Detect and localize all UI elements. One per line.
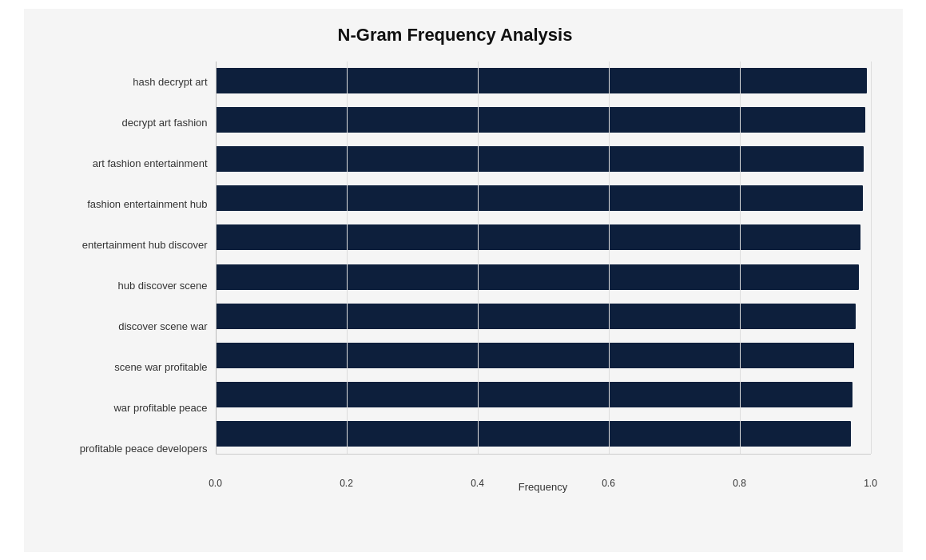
- chart-container: N-Gram Frequency Analysis hash decrypt a…: [24, 9, 903, 552]
- bar-row: [216, 66, 871, 96]
- bar: [216, 68, 868, 93]
- y-axis-label: fashion entertainment hub: [87, 199, 207, 209]
- y-axis-label: discover scene war: [118, 321, 207, 332]
- y-axis-label: art fashion entertainment: [93, 158, 208, 169]
- x-axis: 0.00.20.40.60.81.0: [216, 454, 871, 478]
- chart-area: hash decrypt artdecrypt art fashionart f…: [40, 62, 871, 493]
- bar-row: [216, 262, 871, 292]
- y-axis-label: war profitable peace: [113, 403, 207, 413]
- bars-and-xaxis: 0.00.20.40.60.81.0 Frequency: [216, 62, 871, 493]
- bar: [216, 343, 855, 368]
- bar-row: [216, 419, 871, 449]
- bar: [216, 224, 861, 250]
- bar: [216, 107, 865, 133]
- x-tick-label: 0.4: [471, 478, 484, 489]
- bar: [216, 146, 864, 172]
- x-tick-label: 0.2: [340, 478, 353, 489]
- bar-row: [216, 379, 871, 410]
- grid-line: [871, 62, 872, 454]
- chart-title: N-Gram Frequency Analysis: [40, 25, 871, 46]
- bar: [216, 304, 856, 329]
- y-axis-label: entertainment hub discover: [82, 240, 208, 250]
- x-tick-label: 1.0: [864, 478, 877, 489]
- bar: [216, 185, 863, 211]
- x-tick-label: 0.6: [602, 478, 615, 489]
- bar-row: [216, 144, 871, 174]
- bar: [216, 382, 852, 407]
- y-axis-label: scene war profitable: [114, 362, 207, 372]
- x-axis-title: Frequency: [216, 481, 871, 493]
- x-tick-label: 0.8: [733, 478, 746, 489]
- bar-row: [216, 222, 871, 252]
- y-axis-label: profitable peace developers: [80, 443, 208, 454]
- bars-area: [216, 62, 871, 454]
- y-axis-label: hub discover scene: [117, 280, 207, 291]
- y-axis-label: decrypt art fashion: [122, 117, 208, 128]
- y-axis-labels: hash decrypt artdecrypt art fashionart f…: [40, 62, 216, 493]
- x-tick-label: 0.0: [209, 478, 222, 489]
- bar-row: [216, 105, 871, 135]
- bar: [216, 264, 859, 290]
- bar: [216, 421, 851, 447]
- bar-row: [216, 340, 871, 371]
- bar-row: [216, 301, 871, 332]
- bar-row: [216, 183, 871, 213]
- y-axis-label: hash decrypt art: [133, 77, 207, 87]
